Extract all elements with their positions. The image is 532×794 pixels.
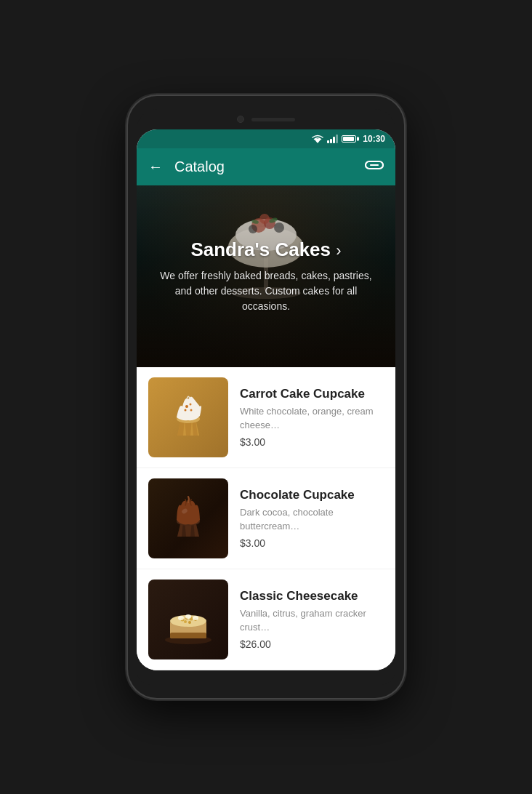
product-info-chocolate-cupcake: Chocolate Cupcake Dark cocoa, chocolate … [240, 488, 384, 548]
carrot-cupcake-svg [159, 388, 217, 446]
svg-rect-23 [170, 633, 206, 638]
svg-point-33 [185, 614, 191, 619]
product-name-carrot-cake-cupcake: Carrot Cake Cupcake [240, 387, 384, 401]
phone-bottom-bar [137, 670, 395, 685]
phone-screen: 10:30 ← Catalog [137, 129, 395, 670]
app-header: ← Catalog [137, 148, 395, 185]
front-camera [237, 116, 244, 123]
product-item-carrot-cake-cupcake[interactable]: Carrot Cake Cupcake White chocolate, ora… [137, 367, 395, 468]
share-link-button[interactable] [365, 157, 384, 177]
hero-content: Sandra's Cakes › We offer freshly baked … [137, 238, 395, 314]
cheesecake-svg [159, 590, 217, 649]
product-price-classic-cheesecake: $26.00 [240, 638, 384, 650]
product-name-classic-cheesecake: Classic Cheesecake [240, 589, 384, 603]
svg-point-31 [178, 616, 184, 620]
svg-point-32 [193, 616, 198, 620]
product-info-carrot-cake-cupcake: Carrot Cake Cupcake White chocolate, ora… [240, 387, 384, 447]
header-title: Catalog [174, 159, 353, 175]
business-name-chevron: › [336, 241, 341, 260]
product-image-classic-cheesecake [148, 580, 228, 659]
phone-top-bar [137, 109, 395, 129]
product-item-chocolate-cupcake[interactable]: Chocolate Cupcake Dark cocoa, chocolate … [137, 468, 395, 569]
svg-point-30 [188, 621, 191, 624]
battery-icon [342, 135, 356, 143]
back-button[interactable]: ← [148, 159, 163, 175]
hero-section[interactable]: Sandra's Cakes › We offer freshly baked … [137, 185, 395, 367]
product-info-classic-cheesecake: Classic Cheesecake Vanilla, citrus, grah… [240, 589, 384, 649]
svg-point-17 [185, 409, 187, 412]
product-desc-classic-cheesecake: Vanilla, citrus, graham cracker crust… [240, 607, 384, 633]
svg-point-16 [190, 404, 192, 406]
svg-point-18 [190, 409, 193, 412]
hero-description: We offer freshly baked breads, cakes, pa… [151, 268, 381, 314]
svg-marker-0 [314, 139, 321, 143]
wifi-icon [312, 135, 323, 143]
status-time: 10:30 [363, 134, 385, 144]
product-price-carrot-cake-cupcake: $3.00 [240, 436, 384, 448]
signal-icon [327, 135, 338, 143]
product-item-classic-cheesecake[interactable]: Classic Cheesecake Vanilla, citrus, grah… [137, 569, 395, 670]
status-icons: 10:30 [312, 134, 385, 144]
product-desc-carrot-cake-cupcake: White chocolate, orange, cream cheese… [240, 405, 384, 431]
product-name-chocolate-cupcake: Chocolate Cupcake [240, 488, 384, 502]
product-image-chocolate-cupcake [148, 478, 228, 558]
business-name[interactable]: Sandra's Cakes › [151, 238, 381, 261]
product-price-chocolate-cupcake: $3.00 [240, 537, 384, 549]
product-image-carrot-cake-cupcake [148, 377, 228, 457]
product-desc-chocolate-cupcake: Dark cocoa, chocolate buttercream… [240, 506, 384, 532]
svg-point-29 [184, 620, 187, 623]
svg-point-15 [185, 405, 188, 408]
speaker [251, 118, 295, 121]
chocolate-cupcake-svg [159, 489, 217, 548]
status-bar: 10:30 [137, 129, 395, 148]
link-icon [365, 157, 384, 173]
products-list: Carrot Cake Cupcake White chocolate, ora… [137, 367, 395, 670]
phone-frame: 10:30 ← Catalog [128, 96, 404, 698]
